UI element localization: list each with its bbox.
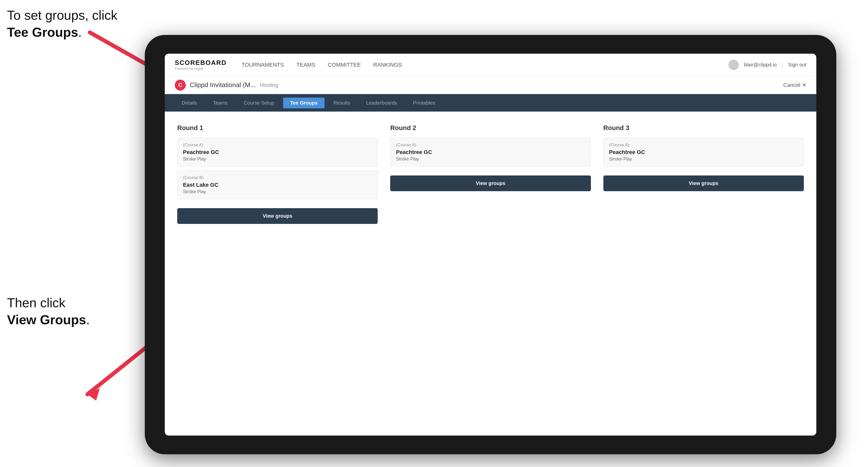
tab-results[interactable]: Results: [327, 98, 357, 108]
logo-text: SCOREBOARD: [175, 59, 227, 67]
instruction-top-suffix: .: [78, 25, 82, 39]
round-1-course-b-name: East Lake GC: [183, 182, 372, 188]
tab-teams[interactable]: Teams: [206, 98, 235, 108]
main-content: Round 1 (Course A) Peachtree GC Stroke P…: [165, 112, 816, 436]
nav-divider: |: [782, 62, 783, 68]
round-3-course-a-type: Stroke Play: [609, 156, 798, 162]
round-1-course-a-name: Peachtree GC: [183, 149, 372, 156]
nav-signout[interactable]: Sign out: [788, 62, 806, 68]
round-1-course-a-card: (Course A) Peachtree GC Stroke Play: [177, 138, 378, 166]
top-nav: SCOREBOARD Powered by clippit TOURNAMENT…: [165, 54, 816, 76]
arrow-bottom-icon: [67, 339, 157, 409]
logo-sub: Powered by clippit: [175, 67, 227, 71]
round-3-course-a-card: (Course A) Peachtree GC Stroke Play: [603, 138, 804, 166]
round-3-title: Round 3: [603, 124, 804, 132]
instruction-bottom-suffix: .: [86, 312, 90, 327]
sub-header-left: C Clippd Invitational (M... Hosting: [175, 80, 278, 91]
avatar: [728, 60, 739, 70]
round-2-course-a-label: (Course A): [396, 143, 585, 148]
nav-user-email: blair@clippd.io: [744, 62, 777, 68]
round-1-title: Round 1: [177, 124, 378, 132]
round-3-course-a-name: Peachtree GC: [609, 149, 798, 156]
round-2-course-a-card: (Course A) Peachtree GC Stroke Play: [390, 138, 591, 166]
tablet-screen: SCOREBOARD Powered by clippit TOURNAMENT…: [165, 54, 816, 436]
sub-logo: C: [175, 80, 186, 91]
round-3-column: Round 3 (Course A) Peachtree GC Stroke P…: [603, 124, 804, 224]
nav-teams[interactable]: TEAMS: [296, 61, 315, 69]
instruction-top-line1: To set groups, click: [7, 8, 117, 23]
svg-line-2: [87, 344, 150, 394]
round-3-view-groups-button[interactable]: View groups: [603, 176, 804, 191]
tab-leaderboards[interactable]: Leaderboards: [359, 98, 404, 108]
round-2-column: Round 2 (Course A) Peachtree GC Stroke P…: [390, 124, 591, 224]
nav-tournaments[interactable]: TOURNAMENTS: [242, 61, 284, 69]
logo-scoreboard: SCOREBOARD: [175, 59, 227, 66]
round-1-course-a-type: Stroke Play: [183, 156, 372, 162]
nav-links: TOURNAMENTS TEAMS COMMITTEE RANKINGS: [242, 61, 728, 69]
sub-title: Clippd Invitational (M...: [190, 81, 256, 89]
round-1-course-b-type: Stroke Play: [183, 189, 372, 194]
instruction-top-bold: Tee Groups: [7, 25, 78, 39]
round-1-course-b-card: (Course B) East Lake GC Stroke Play: [177, 170, 378, 199]
instruction-bottom: Then click View Groups.: [7, 294, 90, 328]
tab-printables[interactable]: Printables: [406, 98, 442, 108]
round-2-course-a-type: Stroke Play: [396, 156, 585, 162]
tab-details[interactable]: Details: [175, 98, 204, 108]
instruction-top: To set groups, click Tee Groups.: [7, 7, 117, 41]
round-2-title: Round 2: [390, 124, 591, 132]
instruction-bottom-bold: View Groups: [7, 312, 86, 327]
round-1-course-b-label: (Course B): [183, 175, 372, 180]
tab-course-setup[interactable]: Course Setup: [237, 98, 281, 108]
tablet-device: SCOREBOARD Powered by clippit TOURNAMENT…: [145, 35, 836, 454]
tab-tee-groups[interactable]: Tee Groups: [283, 98, 324, 108]
nav-committee[interactable]: COMMITTEE: [328, 61, 361, 69]
round-2-view-groups-button[interactable]: View groups: [390, 176, 591, 191]
instruction-bottom-line1: Then click: [7, 295, 65, 310]
round-1-column: Round 1 (Course A) Peachtree GC Stroke P…: [177, 124, 378, 224]
sub-hosting: Hosting: [260, 82, 278, 88]
logo-area: SCOREBOARD Powered by clippit: [175, 59, 227, 71]
round-2-course-a-name: Peachtree GC: [396, 149, 585, 156]
round-1-view-groups-button[interactable]: View groups: [177, 208, 378, 224]
round-3-course-a-label: (Course A): [609, 143, 798, 148]
sub-header: C Clippd Invitational (M... Hosting Canc…: [165, 76, 816, 94]
nav-rankings[interactable]: RANKINGS: [373, 61, 402, 69]
svg-marker-3: [87, 388, 100, 401]
rounds-container: Round 1 (Course A) Peachtree GC Stroke P…: [177, 124, 804, 224]
nav-right: blair@clippd.io | Sign out: [728, 60, 806, 70]
tab-bar: Details Teams Course Setup Tee Groups Re…: [165, 94, 816, 112]
round-1-course-a-label: (Course A): [183, 143, 372, 148]
cancel-button[interactable]: Cancel ✕: [783, 82, 806, 88]
